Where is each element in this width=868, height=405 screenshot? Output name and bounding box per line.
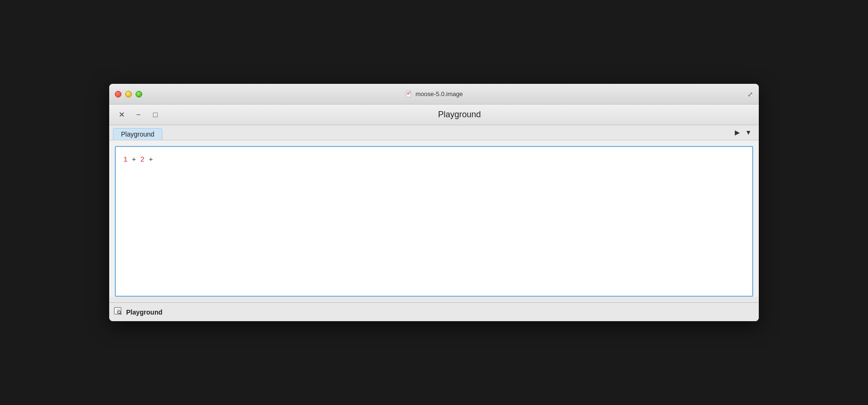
expand-button[interactable]: ⤢ <box>747 90 753 98</box>
toolbar-title: Playground <box>166 110 753 120</box>
maximize-button[interactable] <box>136 91 142 97</box>
main-window: moose-5.0.image ⤢ ✕ − □ Playground Playg… <box>109 84 759 321</box>
traffic-lights <box>115 91 142 97</box>
minimize-tool-button[interactable]: − <box>132 108 145 122</box>
file-icon <box>405 90 413 98</box>
content-area: Playground ▶ ▼ 1 + 2 + <box>109 125 759 297</box>
bottombar: Playground <box>109 302 759 321</box>
code-num-2: 2 <box>140 154 145 166</box>
close-tool-button[interactable]: ✕ <box>115 108 128 122</box>
playground-icon <box>114 307 122 316</box>
code-line-1: 1 + 2 + <box>123 154 745 166</box>
code-editor[interactable]: 1 + 2 + <box>115 146 753 297</box>
run-button[interactable]: ▶ <box>732 128 742 137</box>
svg-rect-2 <box>407 93 410 94</box>
code-op-2: + <box>145 154 153 166</box>
close-button[interactable] <box>115 91 121 97</box>
bottom-label: Playground <box>126 308 162 316</box>
minimize-button[interactable] <box>125 91 132 97</box>
maximize-tool-button[interactable]: □ <box>149 108 162 122</box>
toolbar: ✕ − □ Playground <box>109 105 759 125</box>
code-num-1: 1 <box>123 154 128 166</box>
dropdown-button[interactable]: ▼ <box>744 128 753 137</box>
titlebar-text: moose-5.0.image <box>416 90 463 97</box>
tabbar: Playground ▶ ▼ <box>109 125 759 140</box>
bottom-icon <box>114 307 122 317</box>
code-op-1: + <box>128 154 140 166</box>
playground-tab[interactable]: Playground <box>113 128 162 140</box>
window-title: moose-5.0.image <box>405 90 463 98</box>
titlebar: moose-5.0.image ⤢ <box>109 84 759 105</box>
tab-actions: ▶ ▼ <box>732 128 753 137</box>
svg-rect-3 <box>407 94 409 95</box>
